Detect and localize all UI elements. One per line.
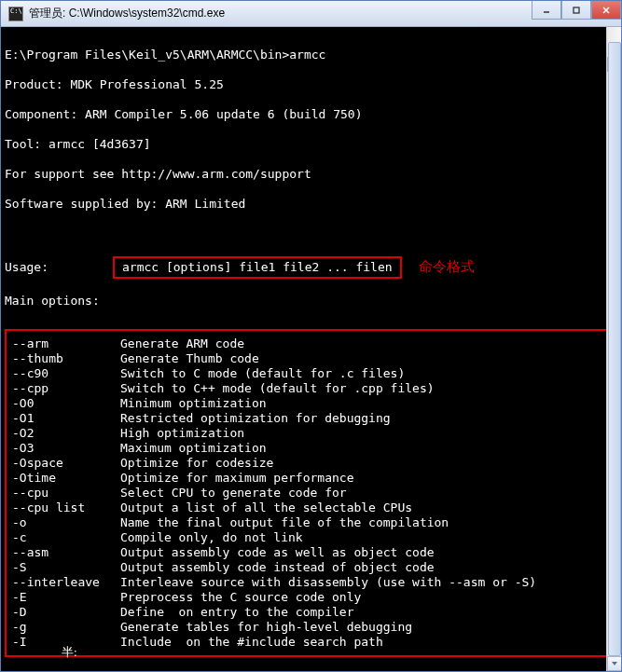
maximize-button[interactable] bbox=[561, 1, 591, 20]
scroll-thumb[interactable] bbox=[608, 42, 621, 656]
option-desc: Output assembly code as well as object c… bbox=[120, 545, 435, 559]
option-flag: -O2 bbox=[12, 426, 120, 441]
option-desc: Generate Thumb code bbox=[120, 351, 259, 365]
option-flag: -O3 bbox=[12, 441, 120, 456]
option-flag: -g bbox=[12, 620, 120, 635]
option-flag: --thumb bbox=[12, 351, 120, 366]
option-desc: Switch to C mode (default for .c files) bbox=[120, 366, 405, 380]
minimize-button[interactable] bbox=[532, 1, 561, 20]
option-desc: Name the final output file of the compil… bbox=[120, 515, 449, 529]
option-row: --thumbGenerate Thumb code bbox=[12, 351, 610, 366]
option-flag: -O0 bbox=[12, 396, 120, 411]
option-desc: Output assembly code instead of object c… bbox=[120, 560, 435, 574]
ime-indicator: 半: bbox=[62, 645, 77, 660]
scrollbar[interactable] bbox=[606, 27, 621, 671]
usage-annotation: 命令格式 bbox=[419, 258, 475, 274]
usage-text: armcc [options] file1 file2 ... filen bbox=[122, 260, 393, 274]
option-desc: Restricted optimization for debugging bbox=[120, 411, 391, 425]
option-desc: Optimize for maximum performance bbox=[120, 471, 353, 485]
close-button[interactable] bbox=[591, 1, 621, 20]
option-desc: Interleave source with disassembly (use … bbox=[120, 575, 536, 589]
option-flag: -Otime bbox=[12, 471, 120, 486]
option-row: --cpu Select CPU to generate code for bbox=[12, 486, 610, 501]
option-flag: --cpu bbox=[12, 486, 120, 501]
option-desc: Generate tables for high-level debugging bbox=[120, 620, 412, 634]
option-row: --asmOutput assembly code as well as obj… bbox=[12, 545, 610, 560]
option-row: -OtimeOptimize for maximum performance bbox=[12, 471, 610, 486]
option-desc: Select CPU to generate code for bbox=[120, 486, 347, 500]
option-row: --armGenerate ARM code bbox=[12, 336, 610, 351]
option-row: -o Name the final output file of the com… bbox=[12, 515, 610, 530]
option-desc: Generate ARM code bbox=[120, 336, 244, 350]
option-row: -SOutput assembly code instead of object… bbox=[12, 560, 610, 575]
cmd-icon bbox=[8, 7, 23, 21]
option-desc: Switch to C++ mode (default for .cpp fil… bbox=[120, 381, 435, 395]
window-title: 管理员: C:\Windows\system32\cmd.exe bbox=[29, 6, 532, 21]
option-desc: Compile only, do not link bbox=[120, 530, 303, 544]
option-flag: --arm bbox=[12, 336, 120, 351]
option-row: -O1Restricted optimization for debugging bbox=[12, 411, 610, 426]
option-flag: -S bbox=[12, 560, 120, 575]
output-line: Product: MDK Professional 5.25 bbox=[5, 77, 617, 92]
option-row: --interleaveInterleave source with disas… bbox=[12, 575, 610, 590]
svg-marker-5 bbox=[612, 662, 617, 665]
output-line: Software supplied by: ARM Limited bbox=[5, 197, 617, 212]
option-row: -DDefine on entry to the compiler bbox=[12, 605, 610, 620]
option-flag: -D bbox=[12, 605, 120, 620]
output-line: For support see http://www.arm.com/suppo… bbox=[5, 167, 617, 182]
option-desc: Output a list of all the selectable CPUs bbox=[120, 501, 412, 514]
option-row: -IInclude on the #include search path bbox=[12, 635, 610, 650]
option-flag: --cpp bbox=[12, 381, 120, 396]
option-flag: -O1 bbox=[12, 411, 120, 426]
titlebar[interactable]: 管理员: C:\Windows\system32\cmd.exe bbox=[1, 1, 621, 27]
option-desc: High optimization bbox=[120, 426, 244, 440]
usage-box: armcc [options] file1 file2 ... filen bbox=[113, 256, 402, 279]
option-desc: Include on the #include search path bbox=[120, 635, 383, 649]
option-row: --cpu listOutput a list of all the selec… bbox=[12, 501, 610, 515]
option-desc: Preprocess the C source code only bbox=[120, 590, 361, 604]
option-desc: Define on entry to the compiler bbox=[120, 605, 353, 619]
option-row: -O3Maximum optimization bbox=[12, 441, 610, 456]
main-options-label: Main options: bbox=[5, 294, 617, 309]
options-box: --armGenerate ARM code--thumbGenerate Th… bbox=[5, 329, 617, 657]
option-row: -EPreprocess the C source code only bbox=[12, 590, 610, 605]
blank-line bbox=[5, 226, 617, 241]
window-buttons bbox=[532, 1, 621, 26]
svg-rect-1 bbox=[574, 7, 579, 13]
option-row: -O0Minimum optimization bbox=[12, 396, 610, 411]
option-row: -OspaceOptimize for codesize bbox=[12, 456, 610, 471]
option-row: --c90Switch to C mode (default for .c fi… bbox=[12, 366, 610, 381]
output-line: Component: ARM Compiler 5.06 update 6 (b… bbox=[5, 107, 617, 122]
option-desc: Maximum optimization bbox=[120, 441, 267, 455]
scroll-down-button[interactable] bbox=[607, 656, 621, 671]
terminal-area[interactable]: E:\Program Files\Keil_v5\ARM\ARMCC\bin>a… bbox=[1, 27, 621, 671]
usage-label: Usage: bbox=[5, 260, 113, 275]
option-flag: --cpu list bbox=[12, 501, 120, 515]
option-desc: Optimize for codesize bbox=[120, 456, 273, 470]
option-flag: --asm bbox=[12, 545, 120, 560]
output-line: E:\Program Files\Keil_v5\ARM\ARMCC\bin>a… bbox=[5, 48, 617, 62]
option-desc: Minimum optimization bbox=[120, 396, 267, 410]
output-line: Tool: armcc [4d3637] bbox=[5, 137, 617, 152]
option-flag: --interleave bbox=[12, 575, 120, 590]
usage-line: Usage:armcc [options] file1 file2 ... fi… bbox=[5, 256, 617, 279]
option-row: --cppSwitch to C++ mode (default for .cp… bbox=[12, 381, 610, 396]
option-row: -O2High optimization bbox=[12, 426, 610, 441]
option-flag: -c bbox=[12, 530, 120, 545]
option-row: -gGenerate tables for high-level debuggi… bbox=[12, 620, 610, 635]
option-row: -cCompile only, do not link bbox=[12, 530, 610, 545]
option-flag: --c90 bbox=[12, 366, 120, 381]
option-flag: -E bbox=[12, 590, 120, 605]
option-flag: -o bbox=[12, 515, 120, 530]
cmd-window: 管理员: C:\Windows\system32\cmd.exe E:\Prog… bbox=[0, 0, 622, 672]
option-flag: -Ospace bbox=[12, 456, 120, 471]
